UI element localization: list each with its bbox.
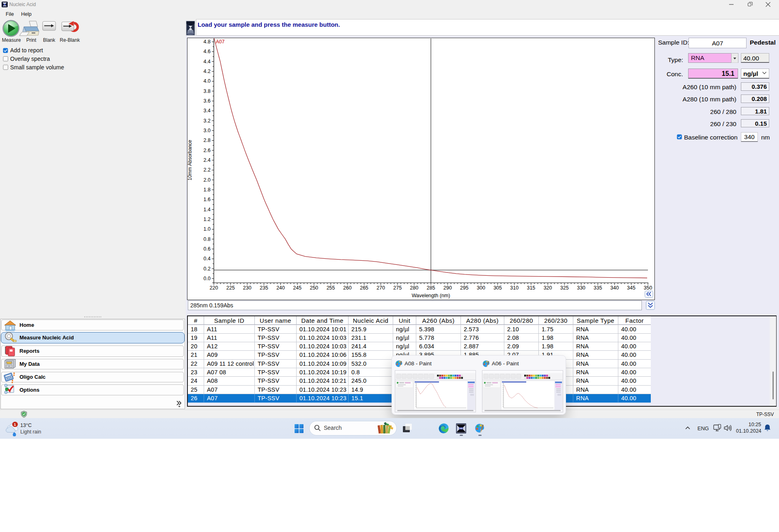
svg-text:310: 310	[510, 285, 519, 291]
svg-text:270: 270	[377, 285, 385, 291]
svg-text:230: 230	[243, 285, 252, 291]
svg-text:2.8: 2.8	[204, 137, 211, 143]
svg-text:330: 330	[577, 285, 585, 291]
svg-text:305: 305	[493, 285, 502, 291]
svg-text:245: 245	[293, 285, 301, 291]
svg-text:235: 235	[260, 285, 268, 291]
svg-text:265: 265	[360, 285, 368, 291]
svg-text:300: 300	[477, 285, 485, 291]
svg-text:240: 240	[276, 285, 285, 291]
svg-text:2.0: 2.0	[204, 177, 211, 183]
svg-text:350: 350	[644, 285, 652, 291]
svg-text:4.6: 4.6	[204, 49, 211, 54]
svg-text:3.0: 3.0	[204, 128, 211, 133]
svg-text:225: 225	[226, 285, 235, 291]
svg-text:1.2: 1.2	[204, 217, 211, 222]
svg-text:295: 295	[460, 285, 469, 291]
svg-text:4.4: 4.4	[204, 59, 211, 64]
svg-text:1.4: 1.4	[204, 207, 211, 212]
svg-text:3.4: 3.4	[204, 108, 211, 114]
svg-text:325: 325	[560, 285, 569, 291]
svg-text:285: 285	[427, 285, 435, 291]
svg-text:255: 255	[327, 285, 335, 291]
svg-text:320: 320	[544, 285, 552, 291]
svg-text:260: 260	[343, 285, 352, 291]
svg-text:0.2: 0.2	[204, 266, 211, 272]
svg-text:280: 280	[410, 285, 418, 291]
svg-text:3.2: 3.2	[204, 118, 211, 124]
svg-text:3.6: 3.6	[204, 98, 211, 104]
svg-text:290: 290	[443, 285, 452, 291]
svg-text:4.0: 4.0	[204, 78, 211, 84]
svg-text:250: 250	[310, 285, 318, 291]
svg-text:2.2: 2.2	[204, 167, 211, 173]
svg-text:1.6: 1.6	[204, 197, 211, 202]
svg-text:10mm Absorbance: 10mm Absorbance	[187, 140, 193, 180]
svg-text:340: 340	[610, 285, 619, 291]
svg-text:0.6: 0.6	[204, 246, 211, 252]
svg-text:2.6: 2.6	[204, 148, 211, 153]
svg-text:A07: A07	[216, 39, 225, 45]
svg-text:4.2: 4.2	[204, 69, 211, 74]
svg-text:0.8: 0.8	[204, 236, 211, 242]
svg-text:335: 335	[594, 285, 602, 291]
svg-text:220: 220	[210, 285, 218, 291]
svg-text:1.0: 1.0	[204, 226, 211, 232]
svg-text:0.0: 0.0	[204, 276, 211, 281]
svg-text:0.4: 0.4	[204, 256, 211, 262]
svg-text:275: 275	[393, 285, 402, 291]
svg-text:3.8: 3.8	[204, 88, 211, 94]
svg-text:1.8: 1.8	[204, 187, 211, 193]
svg-text:4.8: 4.8	[204, 39, 211, 45]
svg-text:Wavelength (nm): Wavelength (nm)	[412, 293, 450, 298]
svg-text:315: 315	[527, 285, 535, 291]
svg-text:345: 345	[627, 285, 635, 291]
svg-text:2.4: 2.4	[204, 157, 211, 163]
